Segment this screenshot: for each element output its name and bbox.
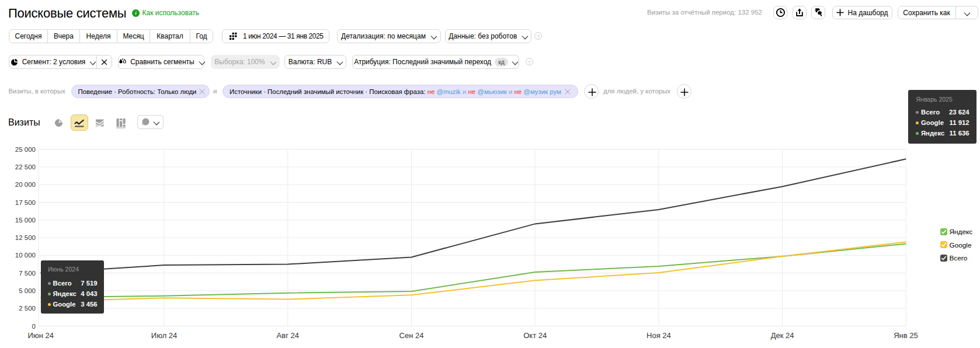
- svg-text:0: 0: [32, 323, 36, 330]
- svg-text:20 000: 20 000: [15, 181, 36, 188]
- svg-text:Июн 24: Июн 24: [28, 331, 54, 340]
- svg-text:22 500: 22 500: [15, 163, 36, 170]
- svg-text:Сен 24: Сен 24: [399, 331, 424, 340]
- svg-text:5 000: 5 000: [19, 287, 36, 294]
- svg-text:Ноя 24: Ноя 24: [647, 331, 671, 340]
- svg-text:Июл 24: Июл 24: [151, 331, 177, 340]
- svg-text:12 500: 12 500: [15, 234, 36, 241]
- svg-text:25 000: 25 000: [15, 146, 36, 153]
- svg-text:7 500: 7 500: [19, 270, 36, 277]
- svg-text:15 000: 15 000: [15, 217, 36, 224]
- svg-text:Авг 24: Авг 24: [277, 331, 299, 340]
- svg-text:Окт 24: Окт 24: [523, 331, 547, 340]
- svg-text:10 000: 10 000: [15, 252, 36, 259]
- svg-text:17 500: 17 500: [15, 199, 36, 206]
- svg-text:Янв 25: Янв 25: [894, 331, 918, 340]
- svg-text:2 500: 2 500: [19, 305, 36, 312]
- svg-text:Дек 24: Дек 24: [771, 331, 794, 340]
